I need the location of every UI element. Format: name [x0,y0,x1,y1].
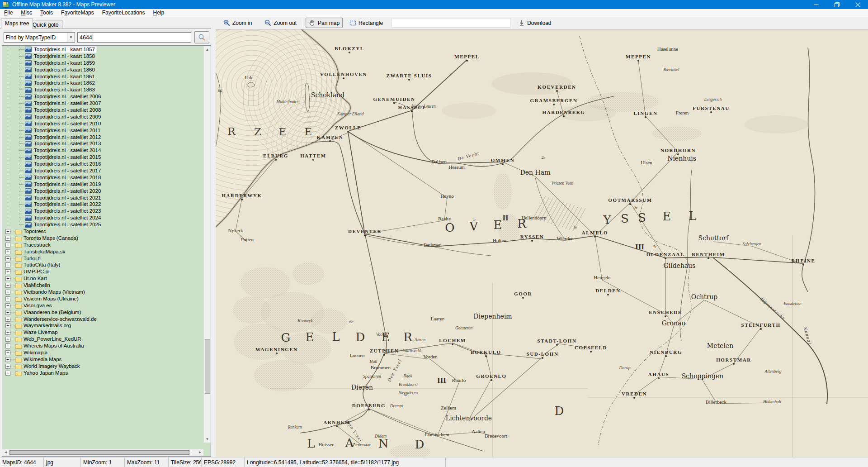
tree-item[interactable]: Topotijdreis.nl - satelliet 2015 [2,154,203,161]
expand-toggle-icon[interactable] [5,371,10,376]
tree-item[interactable]: Topotijdreis.nl - satelliet 2008 [2,107,203,114]
scroll-left-icon[interactable]: ◄ [2,449,9,456]
tree-item[interactable]: Topotijdreis.nl - kaart 1863 [2,86,203,93]
tree-item[interactable]: Topotijdreis.nl - satelliet 2020 [2,188,203,195]
tree-item[interactable]: Wikimapia [2,349,203,356]
restore-button[interactable] [826,0,847,9]
tree-item[interactable]: Topotijdreis.nl - satelliet 2006 [2,93,203,100]
expand-toggle-icon[interactable] [5,310,10,315]
tree-item[interactable]: Visicom Maps (Ukraine) [2,295,203,302]
tree-item[interactable]: Topotijdreis.nl - kaart 1859 [2,60,203,67]
scroll-down-icon[interactable]: ▼ [204,436,211,443]
tree-item[interactable]: Turku.fi [2,255,203,262]
tab-maps-tree[interactable]: Maps tree [1,19,33,29]
menu-misc[interactable]: Misc [17,9,36,17]
minimize-button[interactable] [806,0,826,9]
tree-item[interactable]: ViaMichelin [2,282,203,289]
tree-item[interactable]: Topotijdreis.nl - satelliet 2023 [2,208,203,214]
tree-item[interactable]: Topotijdreis.nl - satelliet 2018 [2,174,203,181]
menu-favoritemaps[interactable]: FavoriteMaps [57,9,98,17]
expand-toggle-icon[interactable] [5,330,10,335]
tree-vscroll-thumb[interactable] [205,339,210,394]
expand-toggle-icon[interactable] [5,236,10,241]
pan-map-button[interactable]: Pan map [306,18,343,28]
tree-item[interactable]: Wanderservice-schwarzwald.de [2,316,203,323]
tree-hscroll-thumb[interactable] [9,450,189,455]
expand-toggle-icon[interactable] [5,243,10,248]
tree-item[interactable]: Web_PowerLine_KedUR [2,336,203,343]
tree-item[interactable]: Topotijdreis.nl - kaart 1857 [2,46,203,53]
tree-item[interactable]: Whereis Maps of Australia [2,343,203,349]
expand-toggle-icon[interactable] [5,323,10,328]
tree-item[interactable]: Topotijdreis.nl - satelliet 2025 [2,221,203,228]
toolbar-input-box[interactable] [392,18,511,28]
menu-help[interactable]: Help [149,9,169,17]
tree-item[interactable]: Toronto Maps (Canada) [2,235,203,242]
menu-tools[interactable]: Tools [36,9,57,17]
tree-item[interactable]: UMP-PC.pl [2,268,203,275]
tab-quick-goto[interactable]: Quick goto [28,20,62,29]
expand-toggle-icon[interactable] [5,229,10,234]
tree-item[interactable]: Topotresc [2,228,203,235]
menu-file[interactable]: File [0,9,17,17]
expand-toggle-icon[interactable] [5,276,10,281]
tree-item[interactable]: Topotijdreis.nl - satelliet 2016 [2,161,203,167]
panel-splitter[interactable] [211,17,216,457]
tree-item[interactable]: Visor.gva.es [2,302,203,309]
find-mode-select[interactable]: Find by MapsTypeID ▼ [4,32,75,43]
tree-horizontal-scrollbar[interactable]: ◄ ► [2,449,203,456]
tree-item[interactable]: Ut.no Kart [2,275,203,282]
expand-toggle-icon[interactable] [5,343,10,348]
tree-item[interactable]: Topotijdreis.nl - kaart 1858 [2,53,203,60]
scroll-up-icon[interactable]: ▲ [204,46,211,53]
zoom-in-button[interactable]: Zoom in [220,18,255,28]
tree-item[interactable]: Topotijdreis.nl - satelliet 2021 [2,195,203,201]
tree-item[interactable]: TuttoCitta (Italy) [2,262,203,269]
tree-item[interactable]: Waymarkedtrails.org [2,323,203,329]
tree-item[interactable]: Topotijdreis.nl - kaart 1860 [2,67,203,73]
expand-toggle-icon[interactable] [5,364,10,369]
tree-item[interactable]: Wikimedia Maps [2,356,203,363]
expand-toggle-icon[interactable] [5,283,10,288]
expand-toggle-icon[interactable] [5,290,10,295]
tree-item[interactable]: Topotijdreis.nl - satelliet 2012 [2,134,203,141]
map-canvas[interactable]: RZEEOVERYSSELGELDERLANDDIIIIIIIIBLOKZYLV… [216,29,868,457]
expand-toggle-icon[interactable] [5,350,10,355]
tree-item[interactable]: Topotijdreis.nl - satelliet 2022 [2,201,203,208]
expand-toggle-icon[interactable] [5,262,10,267]
tree-item[interactable]: Topotijdreis.nl - satelliet 2007 [2,100,203,107]
expand-toggle-icon[interactable] [5,303,10,308]
tree-item[interactable]: Topotijdreis.nl - kaart 1862 [2,80,203,86]
tree-item[interactable]: Vlaanderen.be (Belgium) [2,309,203,316]
tree-item[interactable]: Topotijdreis.nl - satelliet 2009 [2,114,203,120]
zoom-out-button[interactable]: Zoom out [261,18,300,28]
tree-item[interactable]: Topotijdreis.nl - satelliet 2010 [2,120,203,127]
tree-item[interactable]: Topotijdreis.nl - satelliet 2013 [2,140,203,147]
search-input[interactable]: 4644 [77,32,191,43]
close-button[interactable] [847,0,868,9]
tree-item[interactable]: Topotijdreis.nl - kaart 1861 [2,73,203,80]
tree-item[interactable]: Topotijdreis.nl - satelliet 2024 [2,214,203,221]
expand-toggle-icon[interactable] [5,256,10,261]
expand-toggle-icon[interactable] [5,296,10,301]
tree-item[interactable]: Vietbando Maps (Vietnam) [2,289,203,295]
expand-toggle-icon[interactable] [5,337,10,342]
download-button[interactable]: Download [515,18,554,28]
tree-item[interactable]: Waze Livemap [2,329,203,336]
tree-item[interactable]: Topotijdreis.nl - satelliet 2019 [2,181,203,188]
expand-toggle-icon[interactable] [5,357,10,362]
menu-favoritelocations[interactable]: FavoriteLocations [98,9,149,17]
rectangle-button[interactable]: Rectangle [346,18,386,28]
tree-item[interactable]: Topotijdreis.nl - satelliet 2014 [2,147,203,154]
search-button[interactable] [194,31,209,43]
tree-item[interactable]: Yahoo Japan Maps [2,370,203,376]
scroll-right-icon[interactable]: ► [197,449,203,456]
tree-vertical-scrollbar[interactable]: ▲ ▼ [203,46,211,443]
expand-toggle-icon[interactable] [5,269,10,274]
tree-item[interactable]: World Imagery Wayback [2,363,203,370]
tree-item[interactable]: Tracestrack [2,242,203,248]
expand-toggle-icon[interactable] [5,249,10,254]
expand-toggle-icon[interactable] [5,317,10,322]
tree-item[interactable]: TuristickaMapa.sk [2,248,203,255]
tree-item[interactable]: Topotijdreis.nl - satelliet 2017 [2,167,203,174]
